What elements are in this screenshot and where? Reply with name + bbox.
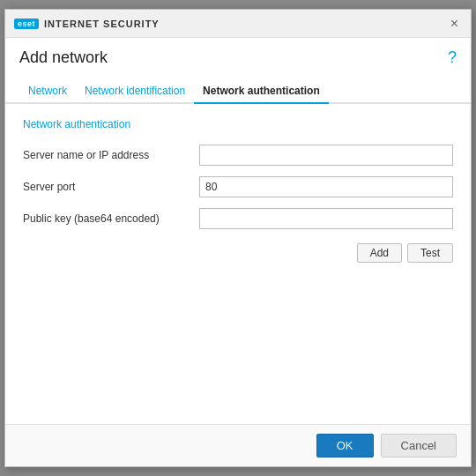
dialog-footer: OK Cancel: [5, 424, 471, 466]
server-port-input[interactable]: [199, 176, 453, 197]
server-name-input[interactable]: [199, 145, 453, 166]
server-port-label: Server port: [23, 181, 190, 193]
tab-network[interactable]: Network: [19, 79, 76, 104]
action-row: Add Test: [23, 243, 453, 263]
test-button[interactable]: Test: [407, 243, 453, 263]
tab-network-identification[interactable]: Network identification: [76, 79, 194, 104]
title-bar-left: eset INTERNET SECURITY: [14, 19, 160, 29]
tab-content: Network authentication Server name or IP…: [5, 104, 471, 424]
eset-logo: eset: [14, 19, 39, 29]
title-bar: eset INTERNET SECURITY ×: [5, 10, 471, 38]
cancel-button[interactable]: Cancel: [381, 434, 457, 457]
tab-network-authentication[interactable]: Network authentication: [194, 79, 329, 104]
server-name-row: Server name or IP address: [23, 145, 453, 166]
public-key-row: Public key (base64 encoded): [23, 208, 453, 229]
tab-bar: Network Network identification Network a…: [5, 71, 471, 104]
help-button[interactable]: ?: [448, 48, 457, 67]
dialog-header: Add network ?: [5, 38, 471, 67]
app-name: INTERNET SECURITY: [44, 19, 160, 29]
section-label: Network authentication: [23, 118, 453, 130]
add-button[interactable]: Add: [357, 243, 402, 263]
close-button[interactable]: ×: [447, 15, 462, 33]
server-name-label: Server name or IP address: [23, 149, 190, 161]
add-network-dialog: eset INTERNET SECURITY × Add network ? N…: [4, 9, 472, 467]
public-key-label: Public key (base64 encoded): [23, 212, 190, 225]
dialog-title: Add network: [19, 48, 108, 67]
server-port-row: Server port: [23, 176, 453, 197]
ok-button[interactable]: OK: [316, 434, 374, 457]
eset-badge: eset: [14, 19, 39, 29]
public-key-input[interactable]: [199, 208, 453, 229]
